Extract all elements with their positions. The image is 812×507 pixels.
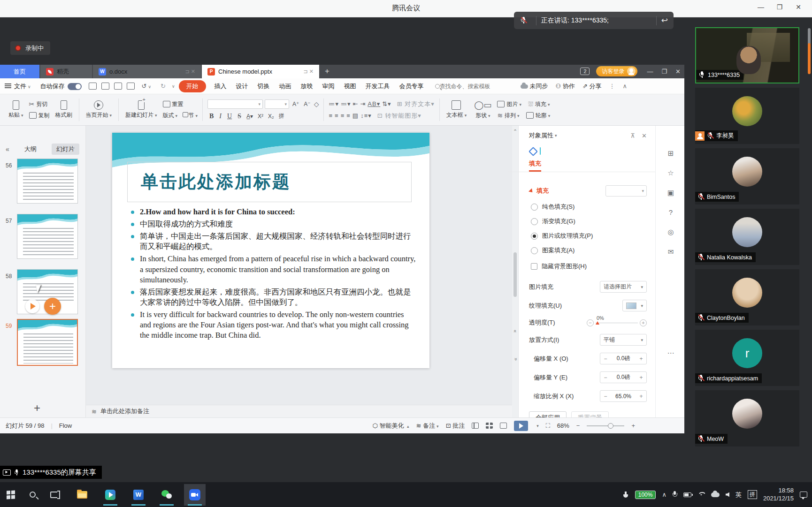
line-spacing-icon[interactable]: ↕≡▾ — [360, 112, 372, 119]
option-solid-fill[interactable]: 纯色填充(S) — [529, 203, 647, 211]
slide-body-text[interactable]: 2.How and how hard it is for China to su… — [130, 207, 416, 342]
print-icon[interactable] — [114, 83, 122, 90]
menu-review[interactable]: 审阅 — [318, 82, 339, 91]
tab-pin-icon[interactable]: ⊐ ✕ — [185, 68, 196, 75]
picture-fill-select[interactable]: 请选择图片▾ — [600, 281, 647, 293]
decrease-font-icon[interactable]: A⁻ — [304, 101, 310, 107]
tray-expand-icon[interactable]: ∧ — [662, 491, 666, 498]
previous-slide-icon[interactable]: « — [513, 328, 518, 334]
hide-background-checkbox[interactable]: 隐藏背景图形(H) — [529, 262, 647, 271]
participant-tile[interactable]: Natalia Kowalska — [695, 209, 799, 265]
option-pattern-fill[interactable]: 图案填充(A) — [529, 246, 647, 255]
normal-view-icon[interactable] — [472, 423, 479, 429]
clock[interactable]: 18:58 2021/12/15 — [763, 487, 794, 502]
help-icon[interactable]: ? — [666, 208, 675, 218]
zoom-slider[interactable] — [587, 425, 624, 426]
picture-button[interactable]: 图片▾ — [506, 100, 521, 108]
fill-tab[interactable]: 填充 — [529, 159, 541, 172]
outline-button[interactable]: 轮廓▾ — [536, 112, 551, 120]
slide-thumbnail-57[interactable] — [17, 214, 78, 259]
slide-thumbnail-59[interactable] — [17, 319, 78, 366]
scrollbar-thumb[interactable] — [513, 252, 517, 297]
share-button[interactable]: ⇗ 分享 — [582, 82, 602, 91]
current-slide[interactable]: 单击此处添加标题 2.How and how hard it is for Ch… — [112, 133, 429, 368]
number-list-icon[interactable]: ≕▾ — [341, 100, 351, 107]
panels-icon[interactable]: ▣ — [666, 189, 675, 198]
align-left-icon[interactable]: ≡ — [329, 112, 333, 119]
tab-outline[interactable]: 大纲 — [20, 144, 41, 155]
menu-view[interactable]: 视图 — [339, 82, 361, 91]
bold-button[interactable]: B — [209, 113, 214, 120]
notification-center-icon[interactable] — [800, 492, 807, 498]
panel-close-icon[interactable]: ✕ — [642, 132, 647, 139]
comment-button[interactable]: ⊡ 批注 — [446, 422, 465, 430]
bullet-list-icon[interactable]: ≔▾ — [329, 100, 339, 107]
onedrive-icon[interactable] — [711, 492, 720, 497]
strikethrough-button[interactable]: S — [237, 113, 241, 120]
copy-button[interactable]: 复制 — [29, 112, 50, 120]
slider-marker[interactable] — [596, 321, 599, 325]
thumbnail-add-button[interactable]: + — [44, 298, 61, 315]
new-tab-button[interactable]: + — [325, 67, 329, 76]
increase-font-icon[interactable]: A⁺ — [292, 101, 299, 107]
format-painter-button[interactable]: 格式刷 — [54, 99, 74, 120]
wps-restore-icon[interactable]: ❐ — [661, 68, 667, 75]
tab-home[interactable]: 首页 — [0, 65, 39, 78]
window-count-badge[interactable]: 2 — [580, 68, 590, 75]
sync-status[interactable]: 未同步 — [521, 82, 548, 91]
play-from-current-button[interactable]: 当页开始▾ — [84, 99, 114, 120]
slide-title-placeholder[interactable]: 单击此处添加标题 — [127, 162, 412, 202]
participant-tile-active-speaker[interactable]: 133****6335 — [695, 27, 799, 83]
reset-button[interactable]: 重置 — [163, 100, 198, 108]
tab-close-icon[interactable]: ⊐ ✕ — [304, 68, 314, 75]
menu-insert[interactable]: 插入 — [210, 82, 231, 91]
font-name-select[interactable]: ▾ — [207, 99, 263, 109]
decrease-icon[interactable]: − — [587, 319, 594, 326]
transparency-slider[interactable]: − 0% + — [587, 319, 647, 326]
language-indicator[interactable]: 英 — [735, 491, 742, 499]
tab-docer[interactable]: 稻壳 — [40, 65, 92, 78]
fit-window-icon[interactable]: ⛶ — [546, 422, 550, 430]
participant-tile[interactable]: BimSantos — [695, 148, 799, 204]
guest-login-button[interactable]: 访客登录 — [596, 66, 637, 76]
superscript-button[interactable]: X² — [258, 113, 263, 120]
collapse-panel-icon[interactable]: « — [6, 145, 9, 153]
maximize-icon[interactable]: ❐ — [775, 3, 784, 11]
minimize-icon[interactable]: — — [757, 3, 765, 11]
tab-docx[interactable]: Wo.docx⊐ ✕ — [93, 65, 201, 78]
battery-icon[interactable] — [683, 492, 691, 497]
add-slide-button[interactable]: + — [34, 401, 40, 415]
zoom-in-icon[interactable]: + — [631, 422, 635, 429]
fill-button[interactable]: 填充▾ — [535, 100, 550, 108]
collapse-ribbon-icon[interactable]: ∧ — [622, 83, 627, 90]
section-button[interactable]: 节▾ — [183, 112, 198, 120]
indent-icon[interactable]: ⇥ — [360, 100, 366, 107]
clear-format-icon[interactable]: ◇ — [314, 100, 319, 108]
beautify-button[interactable]: ⬡ 智能美化 ▴ — [372, 422, 409, 430]
menu-file[interactable]: 文件∨ — [0, 82, 36, 91]
search-input[interactable] — [440, 81, 519, 91]
participant-tile[interactable]: r richardappiatsesam — [695, 330, 799, 386]
scale-x-stepper[interactable]: −65.0%+ — [600, 390, 647, 402]
export-icon[interactable] — [101, 83, 109, 90]
notes-bar[interactable]: ≋ 单击此处添加备注 — [86, 405, 512, 417]
command-search[interactable] — [435, 81, 519, 91]
menu-animation[interactable]: 动画 — [275, 82, 296, 91]
save-icon[interactable] — [89, 83, 97, 90]
reply-arrow-icon[interactable]: ↩ — [661, 15, 668, 25]
start-button[interactable] — [0, 484, 22, 506]
tab-slides[interactable]: 幻灯片 — [52, 144, 79, 155]
paste-button[interactable]: 粘贴▾ — [7, 99, 25, 120]
menu-slideshow[interactable]: 放映 — [296, 82, 318, 91]
menu-transition[interactable]: 切换 — [253, 82, 275, 91]
play-options-icon[interactable]: ▾ — [536, 424, 539, 428]
mode-flow[interactable]: Flow — [59, 422, 72, 429]
option-picture-fill[interactable]: 图片或纹理填充(P) — [529, 232, 647, 240]
menu-design[interactable]: 设计 — [231, 82, 253, 91]
outdent-icon[interactable]: ⇤ — [353, 100, 359, 107]
autosave-toggle[interactable]: 自动保存 — [36, 82, 86, 91]
document-scrollbar[interactable]: ⌃ « « — [512, 126, 518, 417]
menu-devtools[interactable]: 开发工具 — [361, 82, 395, 91]
section-expand-icon[interactable] — [529, 188, 534, 194]
font-size-select[interactable]: ▾ — [265, 99, 289, 109]
